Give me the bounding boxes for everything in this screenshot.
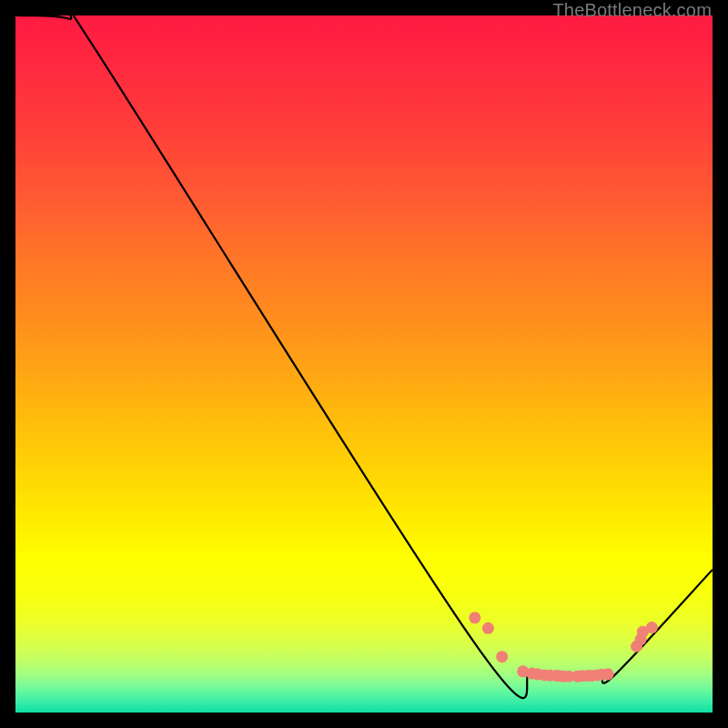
- marker-dots: [469, 612, 658, 682]
- bottleneck-curve: [15, 15, 713, 698]
- curve-layer: [15, 15, 713, 713]
- marker-dot: [482, 622, 494, 634]
- marker-dot: [602, 668, 614, 680]
- marker-dot: [646, 622, 658, 633]
- marker-dot: [496, 651, 508, 662]
- chart-container: TheBottleneck.com: [0, 0, 728, 728]
- marker-dot: [469, 612, 480, 623]
- plot-area: [15, 15, 713, 713]
- watermark-text: TheBottleneck.com: [552, 0, 712, 21]
